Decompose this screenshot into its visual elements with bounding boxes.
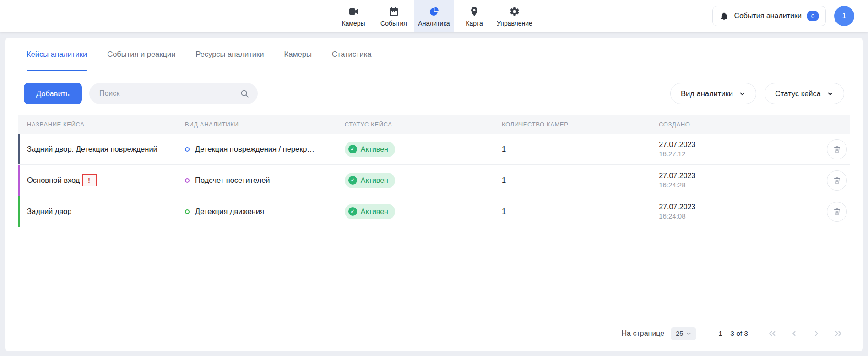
analytics-type-label: Детекция движения	[195, 207, 264, 216]
chevron-left-icon	[790, 329, 799, 338]
trash-icon	[833, 145, 841, 153]
tab-label: Кейсы аналитики	[27, 50, 87, 59]
main-navigation: Камеры События Аналитика Карта Управлени…	[333, 0, 535, 32]
status-label: Активен	[361, 176, 388, 185]
created-cell: 27.07.2023 16:24:28	[650, 171, 815, 190]
avatar[interactable]: 1	[834, 6, 854, 26]
created-cell: 27.07.2023 16:24:08	[650, 202, 815, 221]
nav-label: Карта	[466, 20, 483, 27]
created-cell: 27.07.2023 16:27:12	[650, 140, 815, 159]
tab-label: Камеры	[284, 50, 312, 59]
pagination-range: 1 – 3 of 3	[718, 329, 748, 338]
chevron-down-icon	[739, 90, 746, 97]
created-time: 16:24:08	[659, 212, 815, 221]
table-header: НАЗВАНИЕ КЕЙСА ВИД АНАЛИТИКИ СТАТУС КЕЙС…	[18, 115, 850, 134]
analytics-type-icon	[185, 147, 190, 152]
trash-icon	[833, 207, 841, 216]
status-badge: ✓ Активен	[345, 204, 395, 219]
chevron-down-icon	[686, 331, 691, 336]
map-pin-icon	[468, 5, 480, 17]
notifications-count-badge: 0	[807, 11, 819, 21]
nav-item-events[interactable]: События	[374, 0, 414, 32]
toolbar-filters: Вид аналитики Статус кейса	[670, 83, 844, 104]
case-name: Задний двор	[27, 207, 71, 216]
row-accent-bar	[18, 165, 20, 196]
column-header-status: СТАТУС КЕЙСА	[336, 121, 493, 128]
camera-icon	[347, 5, 359, 17]
analytics-type-icon	[185, 209, 190, 214]
table-row[interactable]: Задний двор. Детекция повреждений ! Дете…	[18, 134, 850, 165]
per-page-label: На странице	[622, 329, 665, 338]
tab-analytics-cases[interactable]: Кейсы аналитики	[27, 38, 87, 71]
created-date: 27.07.2023	[659, 140, 815, 150]
created-time: 16:27:12	[659, 149, 815, 159]
delete-button[interactable]	[827, 139, 847, 159]
analytics-events-button[interactable]: События аналитики 0	[712, 6, 826, 26]
previous-page-button[interactable]	[789, 329, 799, 339]
search-box	[89, 83, 258, 104]
tab-label: Ресурсы аналитики	[195, 50, 264, 59]
status-label: Активен	[361, 145, 388, 153]
table-row[interactable]: Задний двор ! Детекция движения ✓ Активе…	[18, 196, 850, 227]
nav-item-analytics[interactable]: Аналитика	[414, 0, 454, 32]
column-header-type: ВИД АНАЛИТИКИ	[176, 121, 336, 128]
tab-statistics[interactable]: Статистика	[332, 38, 372, 71]
add-button[interactable]: Добавить	[24, 83, 82, 104]
check-icon: ✓	[348, 176, 357, 185]
bell-icon	[719, 11, 729, 21]
tab-events-reactions[interactable]: События и реакции	[107, 38, 175, 71]
first-page-button[interactable]	[767, 329, 777, 339]
per-page-select[interactable]: 25	[671, 327, 696, 340]
created-time: 16:24:28	[659, 181, 815, 190]
analytics-type-label: Подсчет посетителей	[195, 176, 270, 185]
nav-item-map[interactable]: Карта	[454, 0, 494, 32]
search-icon	[240, 89, 250, 99]
status-label: Активен	[361, 208, 388, 216]
created-date: 27.07.2023	[659, 202, 815, 212]
tab-cameras[interactable]: Камеры	[284, 38, 312, 71]
row-accent-bar	[18, 134, 20, 164]
double-chevron-left-icon	[768, 329, 777, 338]
case-name: Основной вход	[27, 176, 80, 185]
filter-label: Вид аналитики	[681, 89, 733, 98]
tab-bar: Кейсы аналитики События и реакции Ресурс…	[5, 38, 863, 71]
camera-count: 1	[493, 176, 650, 185]
content-card: Кейсы аналитики События и реакции Ресурс…	[5, 38, 863, 351]
nav-label: Камеры	[342, 20, 365, 27]
delete-button[interactable]	[827, 170, 847, 191]
table-footer: На странице 25 1 – 3 of 3	[5, 327, 863, 351]
nav-label: Аналитика	[418, 20, 450, 27]
topbar-spacer-left	[0, 0, 333, 32]
status-badge: ✓ Активен	[345, 142, 395, 157]
table-row[interactable]: Основной вход ! Подсчет посетителей ✓ Ак…	[18, 165, 850, 196]
camera-count: 1	[493, 207, 650, 216]
warning-icon: !	[82, 174, 97, 186]
cases-table: НАЗВАНИЕ КЕЙСА ВИД АНАЛИТИКИ СТАТУС КЕЙС…	[18, 115, 850, 227]
trash-icon	[833, 176, 841, 185]
notifications-label: События аналитики	[734, 12, 802, 20]
per-page-value: 25	[676, 330, 683, 337]
analytics-type-label: Детекция повреждения / перекр…	[195, 145, 315, 153]
nav-item-management[interactable]: Управление	[494, 0, 535, 32]
row-accent-bar	[18, 196, 20, 227]
tab-analytics-resources[interactable]: Ресурсы аналитики	[195, 38, 264, 71]
active-tab-underline	[27, 70, 87, 71]
chevron-down-icon	[827, 90, 834, 97]
pager	[767, 329, 843, 339]
analytics-type-icon	[185, 178, 190, 183]
check-icon: ✓	[348, 145, 357, 153]
last-page-button[interactable]	[833, 329, 843, 339]
tab-label: Статистика	[332, 50, 372, 59]
topbar-right: События аналитики 0 1	[535, 0, 868, 32]
next-page-button[interactable]	[811, 329, 821, 339]
case-name: Задний двор. Детекция повреждений	[27, 145, 157, 153]
column-header-created: СОЗДАНО	[650, 121, 815, 128]
nav-item-cameras[interactable]: Камеры	[333, 0, 374, 32]
double-chevron-right-icon	[834, 329, 843, 338]
search-input[interactable]	[99, 89, 235, 98]
analytics-pie-icon	[428, 5, 440, 17]
delete-button[interactable]	[827, 202, 847, 222]
case-status-filter[interactable]: Статус кейса	[765, 83, 844, 104]
analytics-type-filter[interactable]: Вид аналитики	[670, 83, 756, 104]
nav-label: Управление	[497, 20, 532, 27]
